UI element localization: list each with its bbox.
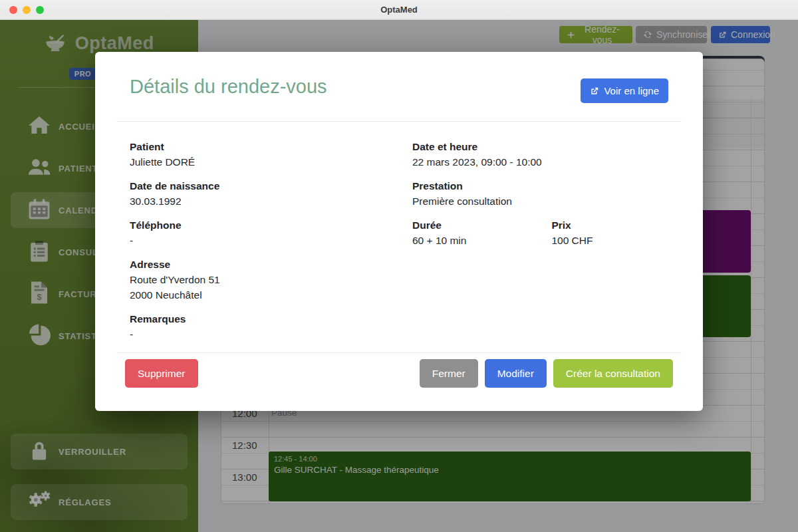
field-label: Téléphone xyxy=(130,217,396,233)
appointment-details-modal: Détails du rendez-vous Voir en ligne Pat… xyxy=(95,52,703,411)
edit-button[interactable]: Modifier xyxy=(485,359,547,388)
macos-titlebar: OptaMed xyxy=(0,0,798,20)
field-value: 100 CHF xyxy=(551,233,593,248)
field-label: Prestation xyxy=(412,178,678,194)
field-birthdate: Date de naissance 30.03.1992 xyxy=(130,178,396,209)
external-link-icon xyxy=(590,86,599,96)
delete-button[interactable]: Supprimer xyxy=(125,359,198,388)
modal-title: Détails du rendez-vous xyxy=(130,76,327,98)
field-value: Route d'Yverdon 51 xyxy=(130,272,396,287)
view-online-label: Voir en ligne xyxy=(604,85,659,96)
field-label: Durée xyxy=(412,217,466,233)
field-value: 60 + 10 min xyxy=(412,233,466,248)
close-button[interactable]: Fermer xyxy=(420,359,478,388)
field-patient: Patient Juliette DORÉ xyxy=(130,139,396,170)
field-service: Prestation Première consultation xyxy=(412,178,678,209)
field-value: Première consultation xyxy=(412,194,678,209)
field-datetime: Date et heure 22 mars 2023, 09:00 - 10:0… xyxy=(412,139,678,170)
field-label: Adresse xyxy=(130,257,396,272)
modal-divider-top xyxy=(116,121,682,122)
field-label: Prix xyxy=(551,217,593,233)
create-consultation-button[interactable]: Créer la consultation xyxy=(553,359,673,388)
footer-button-group: Fermer Modifier Créer la consultation xyxy=(420,359,673,388)
field-value: 22 mars 2023, 09:00 - 10:00 xyxy=(412,154,678,170)
field-value: Juliette DORÉ xyxy=(130,154,396,170)
field-duration: Durée 60 + 10 min xyxy=(412,217,466,248)
field-label: Date et heure xyxy=(412,139,678,154)
view-online-button[interactable]: Voir en ligne xyxy=(581,78,668,103)
duration-price-row: Durée 60 + 10 min Prix 100 CHF xyxy=(412,217,678,257)
modal-footer: Supprimer Fermer Modifier Créer la consu… xyxy=(125,359,673,388)
field-label: Patient xyxy=(130,139,396,154)
modal-right-column: Date et heure 22 mars 2023, 09:00 - 10:0… xyxy=(412,139,678,257)
field-address: Adresse Route d'Yverdon 51 2000 Neuchâte… xyxy=(130,257,396,303)
field-value: 2000 Neuchâtel xyxy=(130,287,396,303)
field-value: - xyxy=(130,233,396,248)
field-remarks: Remarques - xyxy=(130,311,396,342)
field-phone: Téléphone - xyxy=(130,217,396,248)
field-price: Prix 100 CHF xyxy=(551,217,593,248)
field-value: 30.03.1992 xyxy=(130,194,396,209)
modal-left-column: Patient Juliette DORÉ Date de naissance … xyxy=(130,139,396,350)
modal-divider-bottom xyxy=(116,352,682,353)
field-value: - xyxy=(130,327,396,342)
field-label: Remarques xyxy=(130,311,396,327)
field-label: Date de naissance xyxy=(130,178,396,194)
window-title: OptaMed xyxy=(0,5,798,15)
